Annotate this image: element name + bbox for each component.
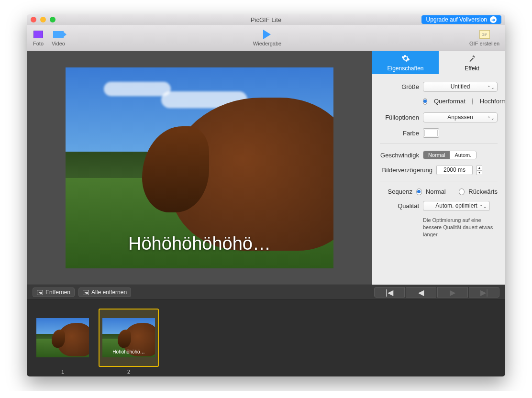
video-label: Video xyxy=(52,41,65,46)
sequence-label: Sequenz xyxy=(380,188,412,195)
orientation-portrait-radio[interactable] xyxy=(472,98,473,105)
thumb-caption: Höhöhöhöhö… xyxy=(102,349,155,354)
toolbar-foto-button[interactable]: Foto xyxy=(33,29,44,46)
speed-segmented[interactable]: Normal Autom. xyxy=(423,151,477,159)
close-window-button[interactable] xyxy=(31,17,36,22)
remove-all-button[interactable]: Alle entfernen xyxy=(78,287,131,297)
skip-end-icon: ▶| xyxy=(480,288,488,297)
delay-stepper[interactable]: ▲ ▼ xyxy=(477,166,482,175)
inspector-panel: Eigenschaften Effekt Größe Untitled ⌃⌄ xyxy=(372,51,505,285)
speed-label: Geschwindigk xyxy=(380,152,419,159)
fill-label: Fülloptionen xyxy=(380,114,419,121)
thumb-number: 1 xyxy=(61,369,64,375)
toolbar-play-button[interactable]: Wiedergabe xyxy=(253,29,281,46)
toolbar-create-gif-button[interactable]: GIF GIF erstellen xyxy=(469,29,499,46)
sequence-reverse-label: Rückwärts xyxy=(468,188,498,195)
wiedergabe-label: Wiedergabe xyxy=(253,41,281,46)
quality-hint: Die Optimierung auf eine bessere Qualitä… xyxy=(380,217,498,238)
thumb-number: 2 xyxy=(127,369,130,375)
window-controls xyxy=(31,17,55,22)
quality-select[interactable]: Autom. optimiert ⌃⌄ xyxy=(423,201,490,211)
gif-erstellen-label: GIF erstellen xyxy=(469,41,499,46)
zoom-window-button[interactable] xyxy=(50,17,55,22)
nav-next-button[interactable]: ▶ xyxy=(437,287,468,298)
tab-effect-label: Effekt xyxy=(465,65,479,72)
tab-properties[interactable]: Eigenschaften xyxy=(372,51,439,74)
remove-label: Entfernen xyxy=(45,289,70,296)
nav-first-button[interactable]: |◀ xyxy=(374,287,405,298)
canvas-area: Höhöhöhöhöhö… xyxy=(27,51,372,285)
landscape-label: Querformat xyxy=(434,98,466,105)
arrow-right-icon: ▶ xyxy=(450,288,455,297)
stepper-up-icon[interactable]: ▲ xyxy=(477,166,482,170)
nav-prev-button[interactable]: ◀ xyxy=(406,287,436,298)
app-window: PicGIF Lite Upgrade auf Vollversion ➜ Fo… xyxy=(27,14,505,376)
portrait-label: Hochformat xyxy=(480,98,505,105)
speed-auto[interactable]: Autom. xyxy=(450,151,476,159)
timeline-toolbar: Entfernen Alle entfernen |◀ ◀ ▶ ▶| xyxy=(27,285,505,300)
thumbnails: 1 Höhöhöhöhö… 2 xyxy=(27,300,505,376)
toolbar: Foto Video Wiedergabe GIF GIF erstellen xyxy=(27,25,505,51)
skip-start-icon: |◀ xyxy=(386,288,393,297)
minimize-window-button[interactable] xyxy=(40,17,46,22)
toolbar-video-button[interactable]: Video xyxy=(52,29,65,46)
chevron-updown-icon: ⌃⌄ xyxy=(487,83,495,92)
delay-field[interactable]: 2000 ms xyxy=(436,165,473,175)
video-icon xyxy=(53,31,64,38)
play-icon xyxy=(263,30,271,39)
fill-select[interactable]: Anpassen ⌃⌄ xyxy=(423,112,498,122)
divider xyxy=(380,144,498,144)
remove-all-label: Alle entfernen xyxy=(91,289,127,296)
tab-effect[interactable]: Effekt xyxy=(439,51,505,74)
size-select[interactable]: Untitled ⌃⌄ xyxy=(423,82,498,92)
thumbnail-item[interactable]: Höhöhöhöhö… 2 xyxy=(99,309,159,375)
chevron-updown-icon: ⌃⌄ xyxy=(479,202,487,211)
timeline-strip: Entfernen Alle entfernen |◀ ◀ ▶ ▶| 1 xyxy=(27,285,505,376)
photo-icon xyxy=(33,31,43,38)
thumbnail-item[interactable]: 1 xyxy=(33,309,93,375)
image-icon xyxy=(83,290,89,295)
divider xyxy=(380,181,498,181)
panel-tabs: Eigenschaften Effekt xyxy=(372,51,505,74)
sequence-reverse-radio[interactable] xyxy=(459,188,465,195)
quality-label: Qualität xyxy=(380,202,419,210)
remove-button[interactable]: Entfernen xyxy=(33,287,75,297)
chevron-updown-icon: ⌃⌄ xyxy=(487,114,495,123)
frame-nav: |◀ ◀ ▶ ▶| xyxy=(374,287,499,298)
image-icon xyxy=(37,290,43,295)
speed-normal[interactable]: Normal xyxy=(423,151,450,159)
titlebar: PicGIF Lite Upgrade auf Vollversion ➜ xyxy=(27,14,505,25)
tab-properties-label: Eigenschaften xyxy=(387,65,423,72)
stepper-down-icon[interactable]: ▼ xyxy=(477,170,482,175)
arrow-right-icon: ➜ xyxy=(490,16,497,23)
size-value: Untitled xyxy=(451,83,470,90)
sequence-normal-radio[interactable] xyxy=(416,188,422,195)
gear-icon xyxy=(401,54,410,64)
wand-icon xyxy=(468,54,477,64)
color-well[interactable] xyxy=(423,128,439,138)
main-area: Höhöhöhöhöhö… Eigenschaften Effekt xyxy=(27,51,505,285)
nav-last-button[interactable]: ▶| xyxy=(469,287,499,298)
sequence-normal-label: Normal xyxy=(426,188,446,195)
gif-icon: GIF xyxy=(479,30,490,39)
upgrade-button[interactable]: Upgrade auf Vollversion ➜ xyxy=(421,15,501,24)
preview-image[interactable]: Höhöhöhöhöhö… xyxy=(66,67,333,268)
foto-label: Foto xyxy=(33,41,44,46)
delay-label: Bilderverzögerung xyxy=(380,166,432,174)
color-label: Farbe xyxy=(380,130,419,137)
panel-body: Größe Untitled ⌃⌄ Querformat Hochformat … xyxy=(372,74,505,246)
size-label: Größe xyxy=(380,83,419,90)
quality-value: Autom. optimiert xyxy=(435,202,477,209)
arrow-left-icon: ◀ xyxy=(418,288,424,297)
orientation-landscape-radio[interactable] xyxy=(423,98,427,105)
upgrade-label: Upgrade auf Vollversion xyxy=(426,16,487,23)
fill-value: Anpassen xyxy=(447,114,473,121)
preview-caption: Höhöhöhöhöhö… xyxy=(66,233,333,254)
